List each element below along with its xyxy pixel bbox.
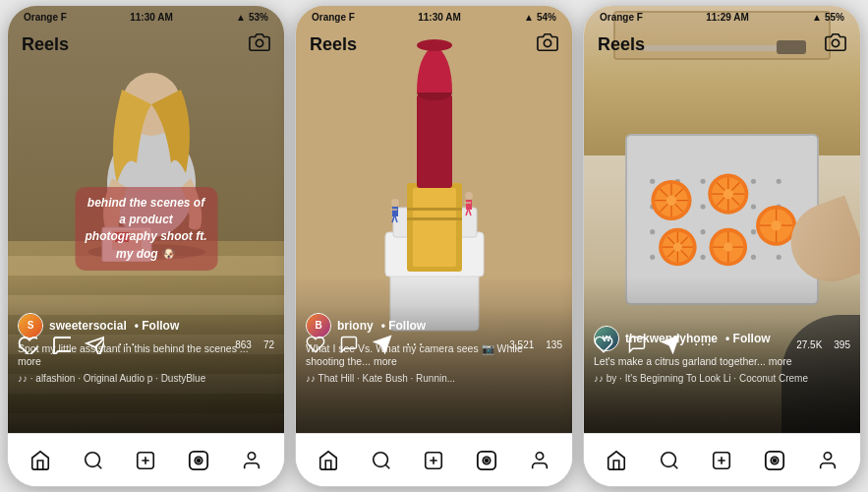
camera-icon-1[interactable] xyxy=(249,31,270,58)
svg-point-108 xyxy=(772,220,781,230)
music-3: ♪♪ by · It's Beginning To Look Li · Coco… xyxy=(594,373,850,384)
carrier-2: Orange F xyxy=(312,12,355,23)
phone-3: Orange F 11:29 AM ▲ 55% Reels xyxy=(583,5,861,487)
nav-add-3[interactable] xyxy=(703,446,740,475)
svg-point-54 xyxy=(650,179,655,184)
nav-add-1[interactable] xyxy=(127,446,164,475)
home-icon-2 xyxy=(318,450,339,471)
like-btn-2[interactable] xyxy=(306,335,325,354)
share-btn-1[interactable] xyxy=(85,335,104,354)
svg-point-111 xyxy=(661,452,675,466)
profile-icon-2 xyxy=(529,450,550,471)
svg-rect-30 xyxy=(392,207,398,216)
wifi-icon-3: ▲ xyxy=(812,12,822,23)
nav-search-3[interactable] xyxy=(651,446,688,475)
carrier-3: Orange F xyxy=(600,12,643,23)
camera-icon-2[interactable] xyxy=(537,31,558,58)
status-bar-2: Orange F 11:30 AM ▲ 54% xyxy=(296,6,572,27)
heart-icon-3 xyxy=(594,335,613,354)
more-btn-2[interactable]: ··· xyxy=(406,336,425,353)
comment-btn-1[interactable] xyxy=(51,335,71,354)
svg-point-119 xyxy=(824,452,831,459)
nav-search-2[interactable] xyxy=(363,446,400,475)
share-icon-1 xyxy=(85,335,104,354)
svg-line-10 xyxy=(97,464,101,468)
comment-icon-2 xyxy=(339,335,359,354)
app-header-1: Reels xyxy=(8,28,284,64)
nav-home-1[interactable] xyxy=(22,446,59,475)
svg-marker-40 xyxy=(375,337,391,353)
like-bar-3: ··· 27.5K 395 xyxy=(584,331,860,358)
nav-reels-2[interactable] xyxy=(468,446,505,475)
heart-icon-1 xyxy=(18,335,37,354)
svg-point-103 xyxy=(723,243,732,252)
comment-btn-2[interactable] xyxy=(339,335,359,354)
svg-point-72 xyxy=(650,255,655,260)
svg-point-58 xyxy=(751,179,756,184)
svg-point-91 xyxy=(723,189,733,199)
share-btn-2[interactable] xyxy=(373,335,392,354)
svg-line-112 xyxy=(673,464,677,468)
music-1: ♪♪ · alfashion · Original Audio p · Dust… xyxy=(18,373,274,384)
user-info-1: S sweetersocial • Follow Spot my little … xyxy=(8,305,284,433)
svg-point-66 xyxy=(650,229,655,234)
user-info-2: B briony • Follow What I see Vs. What my… xyxy=(296,305,572,433)
more-btn-1[interactable]: ··· xyxy=(118,336,137,353)
profile-icon-3 xyxy=(817,450,839,471)
share-btn-3[interactable] xyxy=(661,335,680,354)
svg-point-9 xyxy=(85,452,99,466)
nav-profile-2[interactable] xyxy=(521,446,558,475)
nav-home-2[interactable] xyxy=(310,446,347,475)
bottom-nav-1 xyxy=(8,433,284,486)
battery-1: ▲ 53% xyxy=(236,12,268,23)
search-icon-3 xyxy=(659,450,680,471)
svg-point-59 xyxy=(777,179,781,184)
camera-icon-3[interactable] xyxy=(825,31,846,58)
nav-profile-3[interactable] xyxy=(809,446,846,475)
nav-profile-1[interactable] xyxy=(233,446,270,475)
svg-point-74 xyxy=(701,255,706,260)
like-btn-3[interactable] xyxy=(594,335,613,354)
battery-2: ▲ 54% xyxy=(524,12,556,23)
svg-point-16 xyxy=(198,459,201,461)
bottom-nav-3 xyxy=(584,433,860,486)
like-btn-1[interactable] xyxy=(18,335,37,354)
carrier-1: Orange F xyxy=(24,12,67,23)
svg-point-70 xyxy=(751,229,756,234)
nav-home-3[interactable] xyxy=(598,446,635,475)
svg-point-76 xyxy=(751,255,756,260)
add-icon-2 xyxy=(423,450,444,471)
profile-icon-1 xyxy=(241,450,262,471)
svg-point-29 xyxy=(391,199,399,207)
svg-point-18 xyxy=(544,39,550,46)
reels-icon-3 xyxy=(764,450,785,471)
action-icons-1: ··· xyxy=(18,335,137,354)
svg-rect-35 xyxy=(466,200,472,210)
comment-btn-3[interactable] xyxy=(627,335,647,354)
like-counts-2: 3,521 135 xyxy=(509,339,562,350)
home-icon-1 xyxy=(29,450,51,471)
app-header-2: Reels xyxy=(296,28,572,64)
svg-point-41 xyxy=(373,452,387,466)
add-icon-3 xyxy=(711,450,732,471)
sticker-content-1: behind the scenes of a product photograp… xyxy=(86,196,207,261)
nav-reels-1[interactable] xyxy=(180,446,217,475)
svg-line-42 xyxy=(385,464,389,468)
nav-add-2[interactable] xyxy=(415,446,452,475)
nav-search-1[interactable] xyxy=(75,446,112,475)
svg-point-49 xyxy=(536,452,543,459)
svg-point-56 xyxy=(701,179,706,184)
like-bar-2: ··· 3,521 135 xyxy=(296,331,572,358)
svg-point-64 xyxy=(751,205,756,210)
more-btn-3[interactable]: ··· xyxy=(694,336,713,353)
time-1: 11:30 AM xyxy=(130,12,173,23)
battery-3: ▲ 55% xyxy=(812,12,844,23)
nav-reels-3[interactable] xyxy=(756,446,793,475)
svg-point-118 xyxy=(774,459,777,461)
reels-icon-2 xyxy=(476,450,497,471)
search-icon-2 xyxy=(371,450,392,471)
comment-icon-1 xyxy=(51,335,71,354)
header-title-1: Reels xyxy=(22,34,69,55)
svg-point-0 xyxy=(256,39,262,46)
status-bar-1: Orange F 11:30 AM ▲ 53% xyxy=(8,6,284,27)
